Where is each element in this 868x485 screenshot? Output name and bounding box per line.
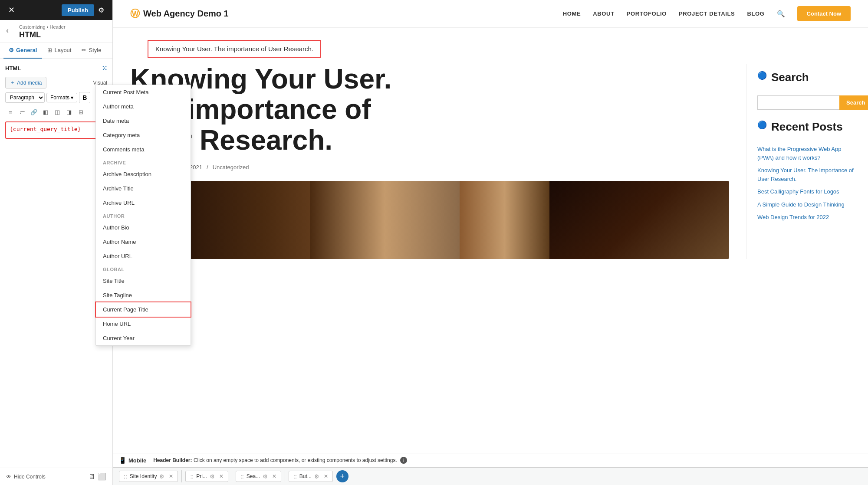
grid-icon-button: :: xyxy=(293,473,297,480)
dropdown-item-home-url[interactable]: Home URL xyxy=(96,317,191,331)
plus-icon: ＋ xyxy=(10,79,15,86)
search-input[interactable] xyxy=(757,95,839,110)
site-sidebar: 🔵 Search Search 🔵 Recent Posts xyxy=(746,64,868,259)
component-close-search[interactable]: ✕ xyxy=(272,473,276,479)
dropdown-item-comments-meta[interactable]: Comments meta xyxy=(96,142,191,157)
contact-now-button[interactable]: Contact Now xyxy=(797,6,851,21)
component-button[interactable]: :: But... ⚙ ✕ xyxy=(289,471,333,482)
unordered-list-icon[interactable]: ≡ xyxy=(5,107,16,117)
recent-post-4[interactable]: Web Design Trends for 2022 xyxy=(757,213,858,222)
nav-blog[interactable]: BLOG xyxy=(747,10,764,17)
publish-button[interactable]: Publish xyxy=(62,4,94,16)
article-meta: admin / November 2, 2021 / Uncategorized xyxy=(130,164,729,170)
tab-bar: ⚙ General ⊞ Layout ✏ Style xyxy=(0,43,112,59)
component-close-button[interactable]: ✕ xyxy=(324,473,328,479)
search-submit-button[interactable]: Search xyxy=(839,95,868,110)
info-icon: i xyxy=(400,457,407,464)
add-media-button[interactable]: ＋ Add media xyxy=(5,77,46,88)
sidebar-search-section: 🔵 Search Search xyxy=(757,71,858,110)
dropdown-item-archive-url[interactable]: Archive URL xyxy=(96,196,191,210)
component-settings-identity[interactable]: ⚙ xyxy=(159,473,164,480)
dropdown-item-category-meta[interactable]: Category meta xyxy=(96,128,191,142)
publish-settings-button[interactable]: ⚙ xyxy=(95,4,107,16)
pencil-icon: ✏ xyxy=(82,47,86,53)
format-row: Paragraph Formats ▾ B xyxy=(5,92,107,103)
article-area: Knowing Your User.The importance ofUser … xyxy=(113,64,746,259)
dropdown-menu: Current Post Meta Author meta Date meta … xyxy=(95,85,191,346)
paragraph-select[interactable]: Paragraph xyxy=(5,92,45,103)
recent-post-0[interactable]: What is the Progressive Web App (PWA) an… xyxy=(757,145,858,162)
code-editor[interactable]: {current_query_title} xyxy=(5,121,107,139)
dropdown-item-author-name[interactable]: Author Name xyxy=(96,235,191,249)
nav-about[interactable]: ABOUT xyxy=(593,10,614,17)
site-logo: Ⓦ Web Agency Demo 1 xyxy=(130,7,229,20)
component-settings-primary[interactable]: ⚙ xyxy=(210,473,215,480)
separator-2 xyxy=(232,470,232,482)
component-site-identity[interactable]: :: Site Identity ⚙ ✕ xyxy=(119,471,178,482)
toolbar-row: ＋ Add media Visual xyxy=(5,77,107,88)
add-component-label: + xyxy=(340,472,345,481)
component-settings-search[interactable]: ⚙ xyxy=(263,473,268,480)
component-search[interactable]: :: Sea... ⚙ ✕ xyxy=(236,471,281,482)
component-close-primary[interactable]: ✕ xyxy=(219,473,224,479)
html-label-row: HTML ⁙ xyxy=(5,64,107,72)
recent-post-2[interactable]: Best Calligraphy Fonts for Logos xyxy=(757,187,858,196)
dropdown-item-author-bio[interactable]: Author Bio xyxy=(96,220,191,235)
mobile-icon: 📱 xyxy=(119,457,126,464)
dropdown-item-date-meta[interactable]: Date meta xyxy=(96,114,191,128)
recent-post-1[interactable]: Knowing Your User. The importance of Use… xyxy=(757,166,858,183)
ordered-list-icon[interactable]: ≔ xyxy=(17,107,27,117)
add-component-button[interactable]: + xyxy=(336,470,349,482)
recent-post-3[interactable]: A Simple Guide to Design Thinking xyxy=(757,200,858,209)
nav-project-details[interactable]: PROJECT DETAILS xyxy=(679,10,735,17)
publish-label: Publish xyxy=(68,7,88,13)
dropdown-item-archive-description[interactable]: Archive Description xyxy=(96,167,191,181)
link-icon[interactable]: 🔗 xyxy=(29,107,39,117)
component-bar: :: Site Identity ⚙ ✕ :: Pri... ⚙ ✕ :: Se… xyxy=(113,467,868,485)
dropdown-item-archive-title[interactable]: Archive Title xyxy=(96,181,191,196)
tablet-device-button[interactable]: ⬜ xyxy=(98,472,106,481)
meta-separator-2: / xyxy=(207,164,208,170)
mobile-label: 📱 Mobile xyxy=(119,457,146,464)
component-site-identity-label: Site Identity xyxy=(130,473,157,479)
recent-posts-title: Recent Posts xyxy=(771,120,843,134)
search-nav-icon[interactable]: 🔍 xyxy=(777,10,785,18)
dropdown-item-author-url[interactable]: Author URL xyxy=(96,249,191,263)
desktop-device-button[interactable]: 🖥 xyxy=(88,472,95,481)
component-button-label: But... xyxy=(299,473,312,479)
site-header: Ⓦ Web Agency Demo 1 HOME ABOUT PORTOFOLI… xyxy=(113,0,868,28)
more-options-icon[interactable]: ⊞ xyxy=(76,107,86,117)
search-title-row: 🔵 Search xyxy=(757,71,858,89)
formats-button[interactable]: Formats ▾ xyxy=(46,93,77,102)
component-settings-button[interactable]: ⚙ xyxy=(314,473,319,480)
grid-icon-identity: :: xyxy=(124,473,127,480)
sidebar-recent-posts-section: 🔵 Recent Posts What is the Progressive W… xyxy=(757,120,858,222)
back-button[interactable]: ‹ xyxy=(6,26,9,35)
dropdown-item-current-post-meta[interactable]: Current Post Meta xyxy=(96,85,191,99)
article-category: Uncategorized xyxy=(213,164,249,170)
nav-home[interactable]: HOME xyxy=(563,10,581,17)
nav-portfolio[interactable]: PORTOFOLIO xyxy=(627,10,667,17)
tab-general[interactable]: ⚙ General xyxy=(3,43,42,59)
contact-btn-label: Contact Now xyxy=(807,10,841,17)
component-primary-menu[interactable]: :: Pri... ⚙ ✕ xyxy=(185,471,228,482)
tab-layout[interactable]: ⊞ Layout xyxy=(42,43,76,59)
align-center-icon[interactable]: ◫ xyxy=(52,107,62,117)
bold-button[interactable]: B xyxy=(79,92,90,103)
top-bar: ✕ Publish ⚙ xyxy=(0,0,112,20)
search-row: Search xyxy=(757,95,858,110)
icon-row: ≡ ≔ 🔗 ◧ ◫ ◨ ⊞ xyxy=(5,107,107,117)
dropdown-item-current-page-title[interactable]: Current Page Title xyxy=(96,302,191,317)
dropdown-item-site-tagline[interactable]: Site Tagline xyxy=(96,288,191,302)
tab-style[interactable]: ✏ Style xyxy=(76,43,106,59)
align-right-icon[interactable]: ◨ xyxy=(64,107,74,117)
close-button[interactable]: ✕ xyxy=(5,4,17,16)
dropdown-item-site-title[interactable]: Site Title xyxy=(96,274,191,288)
dropdown-item-current-year[interactable]: Current Year xyxy=(96,331,191,345)
hide-controls-bar: 👁 Hide Controls 🖥 ⬜ xyxy=(0,468,112,485)
align-left-icon[interactable]: ◧ xyxy=(40,107,51,117)
dropdown-item-author-meta[interactable]: Author meta xyxy=(96,99,191,114)
hide-controls-button[interactable]: 👁 Hide Controls xyxy=(6,474,46,480)
component-close-identity[interactable]: ✕ xyxy=(169,473,173,479)
layout-icon: ⊞ xyxy=(47,47,52,53)
